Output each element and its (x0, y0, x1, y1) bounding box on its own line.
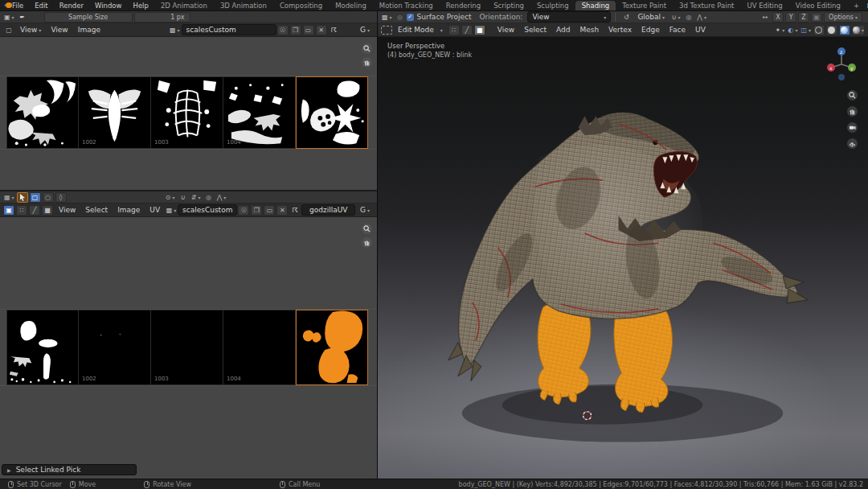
orientation-dropdown[interactable]: View▾ (527, 11, 611, 23)
workspace-tab-3d-texture-paint[interactable]: 3d Texture Paint (673, 1, 740, 10)
vp-menu-add[interactable]: Add (551, 26, 575, 34)
mirror-x-button[interactable]: X (772, 12, 784, 23)
select-mode-vertex-icon[interactable]: ∷ (448, 25, 460, 35)
shading-material-icon[interactable] (839, 25, 850, 35)
mode-icon[interactable] (381, 26, 392, 35)
uv-sync-select-icon[interactable]: ▣ (3, 205, 14, 216)
workspace-tab-video-editing[interactable]: Video Editing (789, 1, 847, 10)
shading-solid-icon[interactable] (826, 25, 837, 35)
udim-tile-1003[interactable]: 1003 (151, 310, 223, 385)
uv-select-face-icon[interactable]: ■ (42, 205, 53, 216)
new-image-icon[interactable]: ❐ (290, 25, 301, 35)
workspace-tab-rendering[interactable]: Rendering (440, 1, 487, 10)
mode-dropdown[interactable]: Edit Mode▾ (393, 26, 448, 34)
uv-menu-image[interactable]: Image (113, 206, 145, 214)
transform-orientation-dropdown[interactable]: Global▾ (633, 13, 669, 21)
workspace-tab-sculpting[interactable]: Sculpting (530, 1, 575, 10)
image-browse-icon[interactable]: ▩▾ (169, 25, 181, 35)
show-gizmo-dropdown[interactable]: ✦▾ (774, 25, 785, 35)
operator-panel-select-linked-pick[interactable]: ▶ Select Linked Pick (2, 464, 137, 475)
workspace-tab-modeling[interactable]: Modeling (329, 1, 373, 10)
image-name-field[interactable]: scalesCustom (178, 204, 237, 216)
workspace-tab-scripting[interactable]: Scripting (487, 1, 530, 10)
unlink-image-icon[interactable]: ✕ (276, 205, 288, 216)
uv-menu-select[interactable]: Select (80, 206, 113, 214)
uv-map-field[interactable]: godzillaUV (301, 204, 355, 216)
select-circle-tool[interactable]: ○ (43, 192, 54, 203)
transform-orientation-icon[interactable]: ↺ (620, 12, 632, 23)
active-tool-icon[interactable]: ▣▾ (3, 12, 15, 23)
open-image-icon[interactable]: ▭ (264, 205, 275, 216)
workspace-tab-uv-editing[interactable]: UV Editing (740, 1, 788, 10)
workspace-tab-shading[interactable]: Shading (575, 1, 616, 10)
display-channels-dropdown[interactable]: G▾ (355, 26, 375, 34)
pan-hand-icon[interactable] (362, 237, 372, 248)
workspace-tab-2d-animation[interactable]: 2D Animation (154, 1, 214, 10)
new-image-icon[interactable]: ❐ (251, 205, 262, 216)
vp-menu-mesh[interactable]: Mesh (575, 26, 604, 34)
select-mode-edge-icon[interactable]: ╱ (461, 25, 473, 35)
vp-menu-edge[interactable]: Edge (637, 26, 665, 34)
pan-hand-icon[interactable] (847, 106, 858, 117)
orthographic-toggle-icon[interactable] (847, 138, 858, 149)
xray-toggle-icon[interactable]: ◫▾ (800, 25, 812, 35)
falloff-dropdown[interactable]: ⋀▾ (216, 192, 227, 203)
falloff-dropdown[interactable]: ⋀▾ (696, 12, 707, 23)
zoom-icon[interactable] (362, 224, 372, 234)
active-tool-icon[interactable]: ▩▾ (381, 12, 393, 23)
fake-user-icon[interactable]: ☉ (238, 205, 249, 216)
snap-magnet-icon[interactable]: ∪ (178, 192, 189, 203)
image-editor-menu-view[interactable]: View (46, 26, 72, 34)
vp-menu-face[interactable]: Face (665, 26, 690, 34)
udim-tile-1004[interactable]: 1004 (223, 310, 296, 385)
vp-menu-uv[interactable]: UV (690, 26, 710, 34)
image-editor-canvas[interactable]: 1002 1003 (0, 37, 377, 190)
udim-tile-1002[interactable]: 1002 (79, 310, 151, 385)
menu-help[interactable]: Help (127, 2, 154, 10)
workspace-tab-compositing[interactable]: Compositing (273, 1, 329, 10)
vp-menu-view[interactable]: View (493, 26, 519, 34)
udim-tile-1005-selected[interactable] (296, 310, 368, 385)
udim-tile-1003[interactable]: 1003 (151, 76, 223, 149)
fake-user-icon[interactable]: ☉ (277, 25, 289, 35)
zoom-icon[interactable] (362, 43, 372, 54)
camera-view-icon[interactable] (847, 122, 858, 133)
uv-select-vertex-icon[interactable]: ∷ (16, 205, 27, 216)
surface-project-checkbox[interactable]: ✓ (407, 14, 414, 21)
orientation-gizmo[interactable]: z x y (822, 43, 861, 85)
uv-menu-uv[interactable]: UV (145, 206, 165, 214)
annotate-circle-icon[interactable]: ◎ (395, 12, 406, 23)
mirror-y-button[interactable]: Y (785, 12, 796, 23)
uv-select-edge-icon[interactable]: ╱ (29, 205, 40, 216)
snap-base-icon[interactable]: ▣ (811, 12, 822, 23)
pin-icon[interactable]: ☈ (289, 205, 301, 216)
pin-icon[interactable]: ☈ (329, 25, 340, 35)
editor-type-icon[interactable]: ▢ (3, 25, 14, 35)
pan-hand-icon[interactable] (362, 57, 372, 68)
workspace-add-button[interactable]: + (847, 1, 866, 10)
eyedropper-icon[interactable]: ✒ (17, 12, 28, 23)
image-editor-menu-image[interactable]: Image (73, 26, 105, 34)
open-image-icon[interactable]: ▭ (303, 25, 314, 35)
editor-view-dropdown[interactable]: View▾ (15, 26, 46, 34)
uv-editor-canvas[interactable]: 1002 1003 1004 (0, 217, 377, 479)
monster-model[interactable] (378, 37, 868, 479)
udim-tile-1004[interactable]: 1004 (223, 76, 296, 149)
tweak-tool-button[interactable] (17, 192, 28, 203)
display-channels-dropdown[interactable]: G▾ (355, 206, 375, 214)
select-lasso-tool[interactable]: ◊ (55, 192, 67, 203)
image-name-field[interactable]: scalesCustom (182, 24, 276, 35)
workspace-tab-3d-animation[interactable]: 3D Animation (214, 1, 273, 10)
proportional-editing-icon[interactable]: ◎ (203, 192, 215, 203)
zoom-icon[interactable] (847, 90, 858, 101)
viewport-canvas[interactable]: User Perspective (4) body_GEO_NEW : blin… (378, 37, 868, 479)
select-box-tool[interactable]: ▢ (30, 192, 41, 203)
vp-menu-vertex[interactable]: Vertex (604, 26, 637, 34)
snap-target-dropdown[interactable]: ⇵▾ (190, 192, 202, 203)
select-mode-face-icon[interactable]: ■ (474, 25, 485, 35)
uv-menu-view[interactable]: View (54, 206, 80, 214)
snap-magnet-icon[interactable]: ∪▾ (670, 12, 682, 23)
overlays-dropdown[interactable]: ◐▾ (787, 25, 798, 35)
vp-menu-select[interactable]: Select (519, 26, 551, 34)
menu-render[interactable]: Render (54, 2, 89, 10)
